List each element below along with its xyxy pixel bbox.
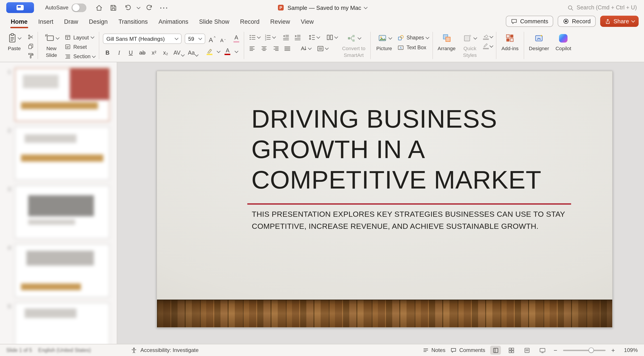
share-button[interactable]: Share — [600, 16, 639, 27]
align-left-button[interactable] — [249, 45, 256, 52]
layout-button[interactable]: Layout — [64, 34, 95, 41]
align-right-button[interactable] — [272, 45, 280, 52]
increase-indent-button[interactable] — [294, 34, 302, 41]
home-button[interactable] — [94, 2, 104, 13]
paste-chevron-icon[interactable] — [18, 36, 22, 39]
tab-transitions[interactable]: Transitions — [113, 15, 153, 28]
text-box-icon: A — [397, 44, 404, 51]
slide-canvas[interactable]: DRIVING BUSINESS GROWTH IN A COMPETITIVE… — [117, 62, 644, 344]
designer-button[interactable]: Designer — [528, 31, 550, 60]
notes-button[interactable]: Notes — [422, 347, 446, 353]
align-text-button[interactable] — [317, 45, 328, 52]
slide-sorter-view-button[interactable] — [506, 346, 516, 355]
tab-insert[interactable]: Insert — [33, 15, 59, 28]
text-box-button[interactable]: A Text Box — [397, 44, 429, 52]
search-field[interactable]: Search (Cmd + Ctrl + U) — [567, 4, 637, 11]
arrange-button[interactable]: Arrange — [436, 31, 457, 60]
slide-title-line-2: GROWTH IN A — [251, 134, 573, 164]
shapes-button[interactable]: Shapes — [397, 34, 429, 42]
copilot-icon — [559, 34, 568, 42]
character-spacing-button[interactable]: AV — [174, 48, 184, 56]
font-size-combo[interactable]: 59 — [185, 34, 205, 44]
quick-styles-button[interactable]: Quick Styles — [460, 31, 480, 60]
zoom-in-button[interactable]: + — [610, 346, 616, 354]
zoom-slider-track[interactable] — [563, 349, 606, 351]
format-painter-button[interactable] — [27, 52, 34, 59]
slide-show-button[interactable] — [537, 346, 548, 355]
highlight-chevron-icon[interactable] — [217, 49, 220, 53]
text-highlight-button[interactable] — [206, 48, 213, 56]
copilot-button[interactable]: Copilot — [554, 31, 573, 60]
slide-thumbnail-4[interactable] — [15, 244, 110, 297]
shape-outline-button[interactable] — [483, 43, 492, 50]
convert-to-smartart-button[interactable]: Convert to SmartArt — [341, 31, 367, 60]
columns-button[interactable] — [326, 34, 338, 41]
document-title[interactable]: P Sample — Saved to my Mac — [277, 4, 367, 11]
underline-button[interactable]: U — [127, 48, 134, 56]
tab-draw[interactable]: Draw — [59, 15, 84, 28]
bold-button[interactable]: B — [104, 48, 111, 56]
font-color-chevron-icon[interactable] — [235, 49, 238, 53]
record-button[interactable]: Record — [558, 16, 596, 27]
text-direction-button[interactable] — [300, 45, 311, 52]
shape-fill-button[interactable] — [483, 33, 492, 40]
strikethrough-button[interactable]: ab — [139, 48, 146, 56]
more-commands-button[interactable]: ··· — [158, 2, 170, 13]
tab-review[interactable]: Review — [265, 15, 296, 28]
statusbar-comments-button[interactable]: Comments — [450, 347, 485, 353]
zoom-slider-knob[interactable] — [588, 347, 594, 353]
undo-history-chevron-icon[interactable] — [137, 5, 140, 9]
zoom-out-button[interactable]: − — [553, 346, 558, 354]
new-slide-chevron-icon[interactable] — [56, 36, 59, 39]
reset-button[interactable]: Reset — [64, 43, 95, 51]
numbering-button[interactable]: 1 2 3 — [264, 34, 276, 41]
copy-button[interactable] — [27, 43, 34, 50]
bullets-button[interactable] — [249, 34, 260, 41]
autosave-toggle[interactable] — [72, 3, 86, 12]
slide-thumbnail-3[interactable] — [15, 186, 110, 239]
clear-formatting-button[interactable]: A — [232, 35, 240, 43]
new-slide-button[interactable]: New Slide — [42, 31, 61, 60]
accessibility-status[interactable]: Accessibility: Investigate — [130, 347, 198, 353]
slide-thumbnail-1[interactable] — [15, 68, 110, 121]
justify-button[interactable] — [284, 45, 291, 52]
picture-chevron-icon[interactable] — [388, 36, 392, 39]
font-name-combo[interactable]: Gill Sans MT (Headings) — [103, 34, 182, 44]
tab-view[interactable]: View — [296, 15, 319, 28]
save-button[interactable] — [108, 2, 118, 13]
undo-button[interactable] — [122, 2, 133, 13]
zoom-percentage[interactable]: 109% — [621, 347, 638, 353]
italic-button[interactable]: I — [116, 48, 123, 56]
redo-button[interactable] — [144, 2, 154, 13]
section-button[interactable]: Section — [64, 53, 95, 60]
tab-animations[interactable]: Animations — [153, 15, 194, 28]
subscript-button[interactable]: x₂ — [162, 48, 170, 56]
language-indicator[interactable]: English (United States) — [38, 347, 91, 353]
line-spacing-button[interactable] — [308, 34, 320, 41]
font-color-button[interactable]: A — [224, 48, 232, 56]
zoom-slider[interactable] — [563, 347, 606, 353]
picture-button[interactable]: Picture — [374, 31, 394, 60]
tab-record[interactable]: Record — [234, 15, 265, 28]
paste-button[interactable]: Paste — [4, 31, 24, 60]
tab-slide-show[interactable]: Slide Show — [194, 15, 234, 28]
tab-design[interactable]: Design — [84, 15, 113, 28]
app-menu-button[interactable] — [6, 2, 34, 13]
change-case-button[interactable]: Aa — [188, 48, 198, 56]
align-center-button[interactable] — [260, 45, 268, 52]
reading-view-button[interactable] — [522, 346, 532, 355]
add-ins-button[interactable]: Add-ins — [500, 31, 520, 60]
increase-font-size-button[interactable]: A^ — [208, 35, 216, 43]
cut-button[interactable] — [27, 33, 34, 40]
slide-title[interactable]: DRIVING BUSINESS GROWTH IN A COMPETITIVE… — [251, 103, 573, 195]
slide-thumbnail-5[interactable] — [15, 303, 110, 344]
superscript-button[interactable]: x² — [150, 48, 158, 56]
decrease-indent-button[interactable] — [282, 34, 290, 41]
current-slide[interactable]: DRIVING BUSINESS GROWTH IN A COMPETITIVE… — [156, 71, 613, 328]
normal-view-button[interactable] — [490, 346, 501, 355]
decrease-font-size-button[interactable]: Aˇ — [219, 35, 227, 43]
slide-subtitle[interactable]: THIS PRESENTATION EXPLORES KEY STRATEGIE… — [252, 208, 583, 232]
comments-button[interactable]: Comments — [506, 16, 553, 27]
slide-thumbnail-2[interactable] — [15, 127, 110, 180]
tab-home[interactable]: Home — [5, 15, 33, 28]
